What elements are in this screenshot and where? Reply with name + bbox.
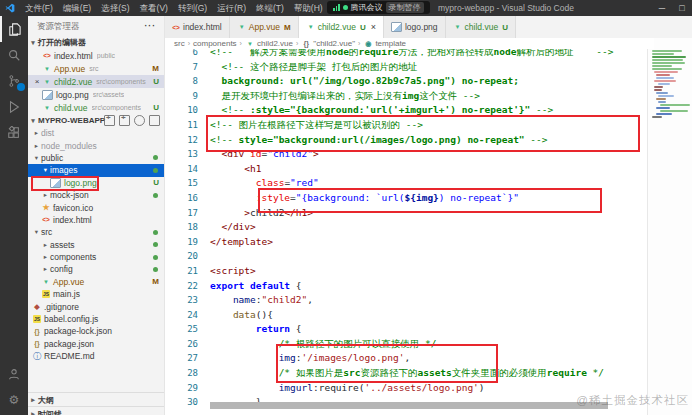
line-number: 25	[164, 322, 198, 337]
git-status-badge: U	[502, 23, 508, 32]
tree-item-logo.png[interactable]: logo.pngU	[28, 177, 164, 189]
code-view[interactable]: 6<!-- 解决方案需要使用node的require方法，把相对路径转成node…	[164, 45, 692, 410]
minimap-mark	[656, 113, 672, 115]
tree-item-babel.config.js[interactable]: JSbabel.config.js	[28, 313, 164, 325]
more-actions-icon[interactable]: ···	[145, 16, 157, 36]
tree-item-main.js[interactable]: JSmain.js	[28, 288, 164, 300]
chevron-right-icon: ▸	[28, 410, 38, 415]
minimap[interactable]	[647, 38, 692, 415]
horizontal-scrollbar[interactable]	[210, 402, 608, 409]
tab-index.html[interactable]: <>index.html	[164, 16, 230, 38]
account-icon[interactable]	[0, 361, 28, 387]
breadcrumb-label: template	[375, 39, 406, 48]
line-number: 16	[164, 191, 198, 206]
line-number: 17	[164, 206, 198, 221]
modified-dot-icon	[153, 242, 158, 247]
modified-dot-icon	[153, 155, 158, 160]
breadcrumb-item[interactable]: {}"child2.vue"	[301, 39, 355, 48]
menu-item[interactable]: 编辑(E)	[58, 0, 96, 16]
tree-item-src[interactable]: ▾src	[28, 226, 164, 238]
tab-logo.png[interactable]: logo.png	[384, 16, 446, 38]
git-status-badge: U	[153, 103, 159, 112]
breadcrumb-item[interactable]: ◉template	[363, 39, 406, 48]
tree-item-index.html[interactable]: <>index.html	[28, 214, 164, 226]
outline-section[interactable]: ▸ 大纲	[28, 392, 164, 407]
tree-item-components[interactable]: ▸components	[28, 251, 164, 263]
breadcrumb-separator-icon: ›	[240, 40, 242, 47]
tab-child.vue[interactable]: ▼child.vueU	[446, 16, 516, 38]
open-editor-item[interactable]: <>index.htmlpublic	[28, 49, 164, 62]
tree-label: README.md	[44, 351, 95, 361]
tree-item-README.md[interactable]: ⓘREADME.md	[28, 350, 164, 362]
timeline-label: 时间线	[38, 409, 62, 415]
minimize-button[interactable]: ─	[652, 0, 672, 16]
tree-item-dist[interactable]: ▸dist	[28, 127, 164, 139]
open-editor-item[interactable]: ▼child.vuesrc\componentsU	[28, 101, 164, 114]
menu-item[interactable]: 运行(R)	[212, 0, 251, 16]
minimap-mark	[656, 98, 666, 100]
new-file-icon[interactable]	[104, 115, 115, 126]
menu-item[interactable]: 选择(S)	[96, 0, 134, 16]
breadcrumb-item[interactable]: src	[174, 39, 185, 48]
extensions-icon[interactable]	[0, 120, 28, 146]
chevron-down-icon: ▾	[32, 228, 41, 236]
code-line: 16 :style="{background: `url(${img}) no-…	[164, 191, 692, 206]
search-icon[interactable]	[0, 42, 28, 68]
menu-item[interactable]: 终端(T)	[251, 0, 289, 16]
tree-item-.gitignore[interactable]: ◆.gitignore	[28, 300, 164, 312]
line-number: 24	[164, 308, 198, 323]
minimap-mark	[660, 104, 690, 106]
tree-label: components	[50, 252, 96, 262]
minimap-mark	[654, 89, 662, 91]
chevron-down-icon: ▾	[28, 117, 38, 125]
line-number: 13	[164, 147, 198, 162]
settings-gear-icon[interactable]: ⚙	[0, 387, 28, 413]
refresh-icon[interactable]	[134, 115, 145, 126]
tree-item-mock-json[interactable]: ▸mock-json	[28, 189, 164, 201]
breadcrumb-item[interactable]: components	[193, 39, 237, 48]
project-header[interactable]: ▾ MYPRO-WEBAPP	[28, 114, 164, 127]
tab-child2.vue[interactable]: ▼child2.vueU×	[299, 16, 384, 38]
symbol-icon: ◉	[363, 40, 373, 48]
close-icon[interactable]: ×	[371, 22, 376, 32]
open-editor-item[interactable]: ×▼child2.vuesrc\componentsU	[28, 75, 164, 88]
code-text: </template>	[210, 235, 273, 250]
menu-item[interactable]: 查看(V)	[135, 0, 173, 16]
line-number: 18	[164, 220, 198, 235]
collapse-all-icon[interactable]	[149, 115, 160, 126]
braces-icon: {}	[301, 40, 311, 47]
menu-item[interactable]: 帮助(H)	[289, 0, 328, 16]
breadcrumb-item[interactable]: ▼child2.vue	[245, 39, 293, 48]
tab-App.vue[interactable]: ▼App.vueM	[230, 16, 299, 38]
image-icon	[50, 178, 61, 188]
open-editors-header[interactable]: ▾ 打开的编辑器	[28, 36, 164, 49]
menu-item[interactable]: 文件(F)	[20, 0, 58, 16]
explorer-icon[interactable]	[0, 16, 28, 42]
tree-item-package.json[interactable]: {}package.json	[28, 338, 164, 350]
tree-item-favicon.ico[interactable]: ★favicon.ico	[28, 201, 164, 213]
tree-item-node_modules[interactable]: ▸node_modules	[28, 139, 164, 151]
tree-item-package-lock.json[interactable]: {}package-lock.json	[28, 325, 164, 337]
tree-item-App.vue[interactable]: ▼App.vueM	[28, 276, 164, 288]
file-path: src\assets	[93, 91, 125, 98]
explorer-sidebar: 资源管理器 ··· ▾ 打开的编辑器 <>index.htmlpublic▼Ap…	[28, 16, 165, 415]
maximize-button[interactable]: □	[672, 0, 692, 16]
tree-item-assets[interactable]: ▸assets	[28, 239, 164, 251]
source-control-icon[interactable]	[0, 68, 28, 94]
new-folder-icon[interactable]	[119, 115, 130, 126]
title-bar: 文件(F)编辑(E)选择(S)查看(V)转到(G)运行(R)终端(T)帮助(H)…	[0, 0, 692, 16]
run-debug-icon[interactable]	[0, 94, 28, 120]
tree-item-config[interactable]: ▸config	[28, 263, 164, 275]
minimap-mark	[652, 59, 683, 61]
code-text: <div id="child2">	[210, 147, 319, 162]
timeline-section[interactable]: ▸ 时间线	[28, 406, 164, 415]
watermark: @稀土掘金技术社区	[576, 393, 689, 408]
menu-item[interactable]: 转到(G)	[173, 0, 212, 16]
open-editor-item[interactable]: ▼App.vuesrcM	[28, 62, 164, 75]
minimap-mark	[652, 65, 672, 67]
git-status-badge: M	[152, 64, 159, 73]
code-text: /* 根路径下的图片可以直接使用 */	[210, 337, 436, 352]
open-editor-item[interactable]: logo.pngsrc\assets	[28, 88, 164, 101]
close-icon[interactable]: ×	[32, 77, 42, 86]
tree-item-public[interactable]: ▾public	[28, 152, 164, 164]
